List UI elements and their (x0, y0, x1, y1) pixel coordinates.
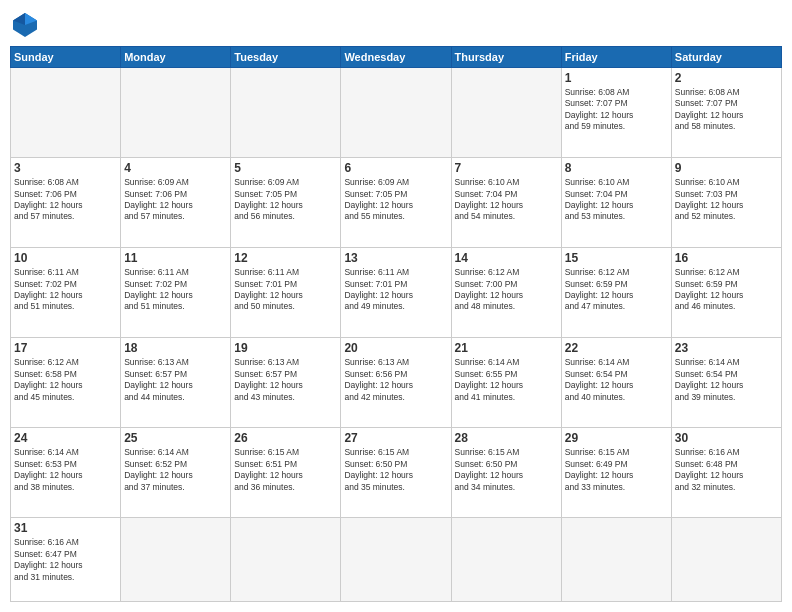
day-number: 26 (234, 431, 337, 445)
day-number: 10 (14, 251, 117, 265)
calendar-cell: 13Sunrise: 6:11 AM Sunset: 7:01 PM Dayli… (341, 248, 451, 338)
calendar-cell: 28Sunrise: 6:15 AM Sunset: 6:50 PM Dayli… (451, 428, 561, 518)
day-info: Sunrise: 6:15 AM Sunset: 6:49 PM Dayligh… (565, 447, 668, 493)
day-info: Sunrise: 6:11 AM Sunset: 7:02 PM Dayligh… (14, 267, 117, 313)
day-info: Sunrise: 6:14 AM Sunset: 6:54 PM Dayligh… (675, 357, 778, 403)
day-info: Sunrise: 6:14 AM Sunset: 6:54 PM Dayligh… (565, 357, 668, 403)
day-info: Sunrise: 6:08 AM Sunset: 7:06 PM Dayligh… (14, 177, 117, 223)
day-number: 31 (14, 521, 117, 535)
day-number: 3 (14, 161, 117, 175)
calendar-cell (451, 68, 561, 158)
day-number: 6 (344, 161, 447, 175)
weekday-header-row: SundayMondayTuesdayWednesdayThursdayFrid… (11, 47, 782, 68)
weekday-header-saturday: Saturday (671, 47, 781, 68)
weekday-header-wednesday: Wednesday (341, 47, 451, 68)
calendar-cell (671, 518, 781, 602)
day-number: 13 (344, 251, 447, 265)
day-number: 15 (565, 251, 668, 265)
day-number: 24 (14, 431, 117, 445)
weekday-header-friday: Friday (561, 47, 671, 68)
day-number: 5 (234, 161, 337, 175)
day-info: Sunrise: 6:10 AM Sunset: 7:03 PM Dayligh… (675, 177, 778, 223)
day-number: 19 (234, 341, 337, 355)
day-number: 1 (565, 71, 668, 85)
calendar-cell: 23Sunrise: 6:14 AM Sunset: 6:54 PM Dayli… (671, 338, 781, 428)
weekday-header-tuesday: Tuesday (231, 47, 341, 68)
day-info: Sunrise: 6:12 AM Sunset: 7:00 PM Dayligh… (455, 267, 558, 313)
calendar-table: SundayMondayTuesdayWednesdayThursdayFrid… (10, 46, 782, 602)
calendar-week-row: 24Sunrise: 6:14 AM Sunset: 6:53 PM Dayli… (11, 428, 782, 518)
calendar-cell: 19Sunrise: 6:13 AM Sunset: 6:57 PM Dayli… (231, 338, 341, 428)
calendar-cell (341, 518, 451, 602)
day-number: 29 (565, 431, 668, 445)
calendar-cell: 27Sunrise: 6:15 AM Sunset: 6:50 PM Dayli… (341, 428, 451, 518)
calendar-cell: 31Sunrise: 6:16 AM Sunset: 6:47 PM Dayli… (11, 518, 121, 602)
day-number: 8 (565, 161, 668, 175)
calendar-cell: 26Sunrise: 6:15 AM Sunset: 6:51 PM Dayli… (231, 428, 341, 518)
calendar-cell: 17Sunrise: 6:12 AM Sunset: 6:58 PM Dayli… (11, 338, 121, 428)
calendar-cell: 4Sunrise: 6:09 AM Sunset: 7:06 PM Daylig… (121, 158, 231, 248)
day-info: Sunrise: 6:08 AM Sunset: 7:07 PM Dayligh… (565, 87, 668, 133)
day-info: Sunrise: 6:09 AM Sunset: 7:06 PM Dayligh… (124, 177, 227, 223)
calendar-cell: 24Sunrise: 6:14 AM Sunset: 6:53 PM Dayli… (11, 428, 121, 518)
day-info: Sunrise: 6:09 AM Sunset: 7:05 PM Dayligh… (234, 177, 337, 223)
day-number: 16 (675, 251, 778, 265)
day-number: 20 (344, 341, 447, 355)
page: SundayMondayTuesdayWednesdayThursdayFrid… (0, 0, 792, 612)
day-info: Sunrise: 6:08 AM Sunset: 7:07 PM Dayligh… (675, 87, 778, 133)
weekday-header-sunday: Sunday (11, 47, 121, 68)
day-number: 4 (124, 161, 227, 175)
day-number: 22 (565, 341, 668, 355)
day-info: Sunrise: 6:16 AM Sunset: 6:48 PM Dayligh… (675, 447, 778, 493)
day-info: Sunrise: 6:11 AM Sunset: 7:01 PM Dayligh… (234, 267, 337, 313)
day-info: Sunrise: 6:12 AM Sunset: 6:59 PM Dayligh… (675, 267, 778, 313)
logo-icon (10, 10, 40, 40)
calendar-cell: 6Sunrise: 6:09 AM Sunset: 7:05 PM Daylig… (341, 158, 451, 248)
calendar-week-row: 10Sunrise: 6:11 AM Sunset: 7:02 PM Dayli… (11, 248, 782, 338)
calendar-cell: 16Sunrise: 6:12 AM Sunset: 6:59 PM Dayli… (671, 248, 781, 338)
calendar-cell (561, 518, 671, 602)
calendar-cell (121, 68, 231, 158)
calendar-cell: 8Sunrise: 6:10 AM Sunset: 7:04 PM Daylig… (561, 158, 671, 248)
calendar-cell: 5Sunrise: 6:09 AM Sunset: 7:05 PM Daylig… (231, 158, 341, 248)
calendar-cell: 7Sunrise: 6:10 AM Sunset: 7:04 PM Daylig… (451, 158, 561, 248)
calendar-cell (231, 518, 341, 602)
calendar-cell: 15Sunrise: 6:12 AM Sunset: 6:59 PM Dayli… (561, 248, 671, 338)
calendar-cell: 1Sunrise: 6:08 AM Sunset: 7:07 PM Daylig… (561, 68, 671, 158)
logo (10, 10, 44, 40)
weekday-header-thursday: Thursday (451, 47, 561, 68)
day-number: 14 (455, 251, 558, 265)
calendar-week-row: 17Sunrise: 6:12 AM Sunset: 6:58 PM Dayli… (11, 338, 782, 428)
day-number: 7 (455, 161, 558, 175)
weekday-header-monday: Monday (121, 47, 231, 68)
calendar-cell: 11Sunrise: 6:11 AM Sunset: 7:02 PM Dayli… (121, 248, 231, 338)
day-number: 21 (455, 341, 558, 355)
day-info: Sunrise: 6:10 AM Sunset: 7:04 PM Dayligh… (455, 177, 558, 223)
calendar-cell: 14Sunrise: 6:12 AM Sunset: 7:00 PM Dayli… (451, 248, 561, 338)
calendar-week-row: 1Sunrise: 6:08 AM Sunset: 7:07 PM Daylig… (11, 68, 782, 158)
calendar-cell: 20Sunrise: 6:13 AM Sunset: 6:56 PM Dayli… (341, 338, 451, 428)
day-info: Sunrise: 6:10 AM Sunset: 7:04 PM Dayligh… (565, 177, 668, 223)
day-number: 12 (234, 251, 337, 265)
day-number: 11 (124, 251, 227, 265)
calendar-cell (341, 68, 451, 158)
day-number: 9 (675, 161, 778, 175)
day-number: 17 (14, 341, 117, 355)
calendar-cell: 10Sunrise: 6:11 AM Sunset: 7:02 PM Dayli… (11, 248, 121, 338)
day-info: Sunrise: 6:14 AM Sunset: 6:53 PM Dayligh… (14, 447, 117, 493)
day-info: Sunrise: 6:13 AM Sunset: 6:57 PM Dayligh… (124, 357, 227, 403)
day-info: Sunrise: 6:14 AM Sunset: 6:52 PM Dayligh… (124, 447, 227, 493)
day-info: Sunrise: 6:12 AM Sunset: 6:58 PM Dayligh… (14, 357, 117, 403)
calendar-cell (121, 518, 231, 602)
day-info: Sunrise: 6:13 AM Sunset: 6:57 PM Dayligh… (234, 357, 337, 403)
day-info: Sunrise: 6:11 AM Sunset: 7:01 PM Dayligh… (344, 267, 447, 313)
calendar-week-row: 3Sunrise: 6:08 AM Sunset: 7:06 PM Daylig… (11, 158, 782, 248)
day-info: Sunrise: 6:15 AM Sunset: 6:50 PM Dayligh… (344, 447, 447, 493)
day-info: Sunrise: 6:15 AM Sunset: 6:50 PM Dayligh… (455, 447, 558, 493)
calendar-cell: 3Sunrise: 6:08 AM Sunset: 7:06 PM Daylig… (11, 158, 121, 248)
calendar-cell: 2Sunrise: 6:08 AM Sunset: 7:07 PM Daylig… (671, 68, 781, 158)
calendar-cell: 29Sunrise: 6:15 AM Sunset: 6:49 PM Dayli… (561, 428, 671, 518)
day-number: 30 (675, 431, 778, 445)
calendar-cell: 18Sunrise: 6:13 AM Sunset: 6:57 PM Dayli… (121, 338, 231, 428)
calendar-week-row: 31Sunrise: 6:16 AM Sunset: 6:47 PM Dayli… (11, 518, 782, 602)
